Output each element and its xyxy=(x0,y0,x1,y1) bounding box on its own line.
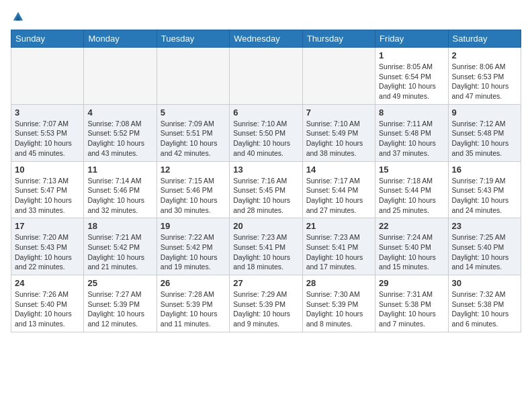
calendar-day-cell: 26Sunrise: 7:28 AM Sunset: 5:39 PM Dayli… xyxy=(157,275,229,332)
calendar-day-cell: 29Sunrise: 7:31 AM Sunset: 5:38 PM Dayli… xyxy=(375,275,448,332)
day-number: 3 xyxy=(15,107,80,118)
day-number: 5 xyxy=(161,107,226,118)
day-info: Sunrise: 8:06 AM Sunset: 6:53 PM Dayligh… xyxy=(452,62,517,101)
day-number: 26 xyxy=(161,278,226,288)
day-number: 9 xyxy=(452,107,517,118)
day-info: Sunrise: 7:31 AM Sunset: 5:38 PM Dayligh… xyxy=(379,289,444,329)
calendar-day-cell: 15Sunrise: 7:18 AM Sunset: 5:44 PM Dayli… xyxy=(375,161,448,218)
day-number: 19 xyxy=(161,221,226,231)
calendar-day-cell: 5Sunrise: 7:09 AM Sunset: 5:51 PM Daylig… xyxy=(157,104,229,161)
day-of-week-header: Saturday xyxy=(448,30,521,48)
calendar-day-cell xyxy=(230,48,302,105)
day-info: Sunrise: 7:24 AM Sunset: 5:40 PM Dayligh… xyxy=(379,232,444,272)
calendar-day-cell: 20Sunrise: 7:23 AM Sunset: 5:41 PM Dayli… xyxy=(230,218,302,275)
calendar-day-cell: 18Sunrise: 7:21 AM Sunset: 5:42 PM Dayli… xyxy=(84,218,157,275)
calendar-day-cell: 2Sunrise: 8:06 AM Sunset: 6:53 PM Daylig… xyxy=(448,48,521,105)
day-number: 18 xyxy=(87,221,152,231)
calendar-day-cell: 14Sunrise: 7:17 AM Sunset: 5:44 PM Dayli… xyxy=(302,161,375,218)
day-of-week-header: Sunday xyxy=(11,30,84,48)
day-number: 29 xyxy=(379,278,444,288)
calendar-day-cell: 8Sunrise: 7:11 AM Sunset: 5:48 PM Daylig… xyxy=(375,104,448,161)
day-number: 6 xyxy=(233,107,298,118)
day-info: Sunrise: 7:21 AM Sunset: 5:42 PM Dayligh… xyxy=(87,232,152,272)
day-info: Sunrise: 7:10 AM Sunset: 5:49 PM Dayligh… xyxy=(306,119,371,158)
day-info: Sunrise: 7:25 AM Sunset: 5:40 PM Dayligh… xyxy=(452,232,517,272)
day-info: Sunrise: 7:27 AM Sunset: 5:39 PM Dayligh… xyxy=(87,289,152,329)
day-info: Sunrise: 7:32 AM Sunset: 5:38 PM Dayligh… xyxy=(452,289,517,329)
calendar-day-cell: 13Sunrise: 7:16 AM Sunset: 5:45 PM Dayli… xyxy=(230,161,302,218)
calendar-day-cell: 11Sunrise: 7:14 AM Sunset: 5:46 PM Dayli… xyxy=(84,161,157,218)
day-number: 4 xyxy=(87,107,152,118)
calendar-day-cell: 19Sunrise: 7:22 AM Sunset: 5:42 PM Dayli… xyxy=(157,218,229,275)
calendar-day-cell: 7Sunrise: 7:10 AM Sunset: 5:49 PM Daylig… xyxy=(302,104,375,161)
day-number: 22 xyxy=(379,221,444,231)
calendar-day-cell: 21Sunrise: 7:23 AM Sunset: 5:41 PM Dayli… xyxy=(302,218,375,275)
day-of-week-header: Monday xyxy=(84,30,157,48)
calendar-table: SundayMondayTuesdayWednesdayThursdayFrid… xyxy=(11,30,521,332)
logo xyxy=(11,11,24,23)
day-info: Sunrise: 7:23 AM Sunset: 5:41 PM Dayligh… xyxy=(233,232,298,272)
day-number: 28 xyxy=(306,278,371,288)
day-info: Sunrise: 7:07 AM Sunset: 5:53 PM Dayligh… xyxy=(15,119,80,158)
logo-icon xyxy=(12,11,24,23)
calendar-day-cell: 4Sunrise: 7:08 AM Sunset: 5:52 PM Daylig… xyxy=(84,104,157,161)
calendar-day-cell: 17Sunrise: 7:20 AM Sunset: 5:43 PM Dayli… xyxy=(11,218,84,275)
day-number: 21 xyxy=(306,221,371,231)
day-info: Sunrise: 7:10 AM Sunset: 5:50 PM Dayligh… xyxy=(233,119,298,158)
day-of-week-header: Tuesday xyxy=(157,30,229,48)
calendar-day-cell: 23Sunrise: 7:25 AM Sunset: 5:40 PM Dayli… xyxy=(448,218,521,275)
day-info: Sunrise: 7:17 AM Sunset: 5:44 PM Dayligh… xyxy=(306,176,371,216)
day-number: 25 xyxy=(87,278,152,288)
calendar-day-cell: 16Sunrise: 7:19 AM Sunset: 5:43 PM Dayli… xyxy=(448,161,521,218)
calendar-week-row: 1Sunrise: 8:05 AM Sunset: 6:54 PM Daylig… xyxy=(11,48,521,105)
day-number: 1 xyxy=(379,50,444,60)
calendar-day-cell xyxy=(302,48,375,105)
day-number: 2 xyxy=(452,50,517,60)
day-info: Sunrise: 7:13 AM Sunset: 5:47 PM Dayligh… xyxy=(15,176,80,216)
day-number: 17 xyxy=(15,221,80,231)
calendar-day-cell: 1Sunrise: 8:05 AM Sunset: 6:54 PM Daylig… xyxy=(375,48,448,105)
day-info: Sunrise: 7:20 AM Sunset: 5:43 PM Dayligh… xyxy=(15,232,80,272)
calendar-header-row: SundayMondayTuesdayWednesdayThursdayFrid… xyxy=(11,30,521,48)
calendar-day-cell: 12Sunrise: 7:15 AM Sunset: 5:46 PM Dayli… xyxy=(157,161,229,218)
calendar-day-cell: 27Sunrise: 7:29 AM Sunset: 5:39 PM Dayli… xyxy=(230,275,302,332)
day-number: 12 xyxy=(161,165,226,175)
page-container: SundayMondayTuesdayWednesdayThursdayFrid… xyxy=(0,0,532,338)
day-info: Sunrise: 7:18 AM Sunset: 5:44 PM Dayligh… xyxy=(379,176,444,216)
calendar-week-row: 10Sunrise: 7:13 AM Sunset: 5:47 PM Dayli… xyxy=(11,161,521,218)
day-of-week-header: Wednesday xyxy=(230,30,302,48)
day-number: 24 xyxy=(15,278,80,288)
calendar-day-cell: 25Sunrise: 7:27 AM Sunset: 5:39 PM Dayli… xyxy=(84,275,157,332)
day-info: Sunrise: 7:28 AM Sunset: 5:39 PM Dayligh… xyxy=(161,289,226,329)
calendar-day-cell: 3Sunrise: 7:07 AM Sunset: 5:53 PM Daylig… xyxy=(11,104,84,161)
day-number: 11 xyxy=(87,165,152,175)
day-number: 14 xyxy=(306,165,371,175)
day-number: 10 xyxy=(15,165,80,175)
calendar-day-cell: 28Sunrise: 7:30 AM Sunset: 5:39 PM Dayli… xyxy=(302,275,375,332)
day-info: Sunrise: 7:19 AM Sunset: 5:43 PM Dayligh… xyxy=(452,176,517,216)
day-info: Sunrise: 7:23 AM Sunset: 5:41 PM Dayligh… xyxy=(306,232,371,272)
day-info: Sunrise: 7:22 AM Sunset: 5:42 PM Dayligh… xyxy=(161,232,226,272)
calendar-day-cell: 22Sunrise: 7:24 AM Sunset: 5:40 PM Dayli… xyxy=(375,218,448,275)
day-info: Sunrise: 8:05 AM Sunset: 6:54 PM Dayligh… xyxy=(379,62,444,101)
day-number: 20 xyxy=(233,221,298,231)
day-info: Sunrise: 7:16 AM Sunset: 5:45 PM Dayligh… xyxy=(233,176,298,216)
calendar-day-cell xyxy=(157,48,229,105)
calendar-day-cell xyxy=(11,48,84,105)
day-number: 13 xyxy=(233,165,298,175)
day-info: Sunrise: 7:15 AM Sunset: 5:46 PM Dayligh… xyxy=(161,176,226,216)
calendar-week-row: 17Sunrise: 7:20 AM Sunset: 5:43 PM Dayli… xyxy=(11,218,521,275)
day-info: Sunrise: 7:09 AM Sunset: 5:51 PM Dayligh… xyxy=(161,119,226,158)
day-number: 16 xyxy=(452,165,517,175)
day-of-week-header: Friday xyxy=(375,30,448,48)
calendar-day-cell: 30Sunrise: 7:32 AM Sunset: 5:38 PM Dayli… xyxy=(448,275,521,332)
day-number: 15 xyxy=(379,165,444,175)
calendar-day-cell: 24Sunrise: 7:26 AM Sunset: 5:40 PM Dayli… xyxy=(11,275,84,332)
day-info: Sunrise: 7:11 AM Sunset: 5:48 PM Dayligh… xyxy=(379,119,444,158)
calendar-day-cell xyxy=(84,48,157,105)
day-number: 27 xyxy=(233,278,298,288)
day-info: Sunrise: 7:30 AM Sunset: 5:39 PM Dayligh… xyxy=(306,289,371,329)
day-number: 23 xyxy=(452,221,517,231)
calendar-week-row: 24Sunrise: 7:26 AM Sunset: 5:40 PM Dayli… xyxy=(11,275,521,332)
calendar-day-cell: 6Sunrise: 7:10 AM Sunset: 5:50 PM Daylig… xyxy=(230,104,302,161)
